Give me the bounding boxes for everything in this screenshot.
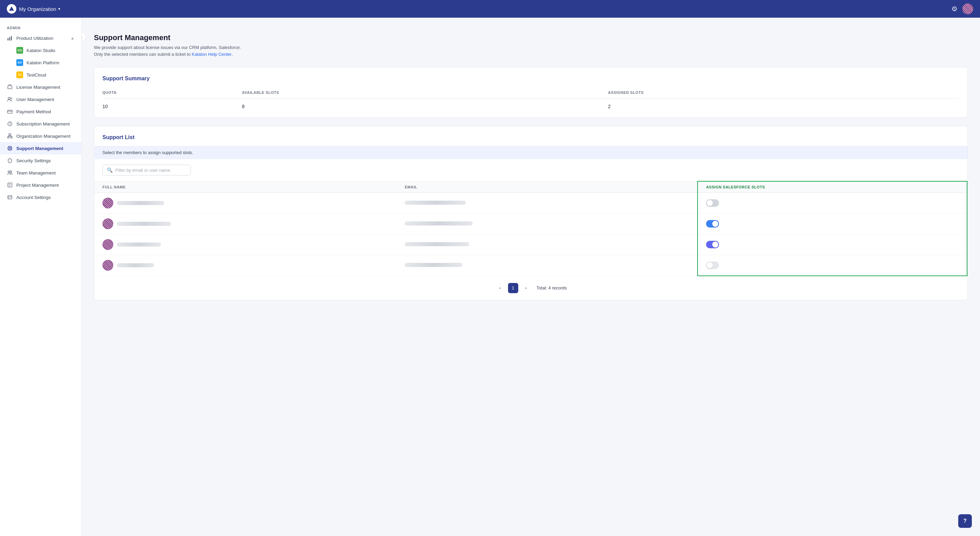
- sidebar-item-testcloud[interactable]: TC TestCloud: [0, 69, 81, 81]
- filter-input[interactable]: [115, 168, 186, 173]
- table-row: [94, 234, 967, 255]
- sidebar-item-license-management[interactable]: License Management: [0, 81, 81, 93]
- next-page-button[interactable]: ›: [521, 283, 531, 293]
- toggle-thumb: [712, 221, 718, 227]
- sidebar-sub-label: TestCloud: [27, 73, 46, 78]
- katalon-help-center-link[interactable]: Katalon Help Center: [192, 52, 232, 57]
- svg-rect-2: [9, 37, 10, 40]
- support-icon: [7, 145, 13, 151]
- available-slots-value: 8: [242, 99, 608, 109]
- sidebar-item-label: Subscription Management: [16, 121, 70, 127]
- full-name-header: FULL NAME: [94, 181, 396, 193]
- sidebar-item-product-utilization[interactable]: Product Utilization ▲: [0, 32, 81, 44]
- assign-toggle[interactable]: [706, 199, 719, 207]
- user-cell: [102, 218, 388, 229]
- sidebar-item-user-management[interactable]: User Management: [0, 93, 81, 105]
- toggle-wrapper: [706, 241, 959, 248]
- avatar: [102, 260, 113, 271]
- desc-text-1: We provide support about license issues …: [94, 45, 241, 50]
- toggle-wrapper: [706, 262, 959, 269]
- svg-rect-1: [8, 38, 8, 40]
- svg-rect-11: [11, 137, 12, 138]
- sidebar-item-katalon-studio[interactable]: KS Katalon Studio: [0, 44, 81, 57]
- main-content: ‹ Support Management We provide support …: [82, 18, 980, 536]
- sidebar-item-label: Project Management: [16, 182, 59, 188]
- table-row: [94, 214, 967, 234]
- support-list-card: Support List Select the members to assig…: [94, 126, 968, 300]
- sidebar-item-label: Payment Method: [16, 109, 51, 114]
- testcloud-icon: TC: [16, 71, 23, 78]
- sidebar-sub-label: Katalon Studio: [27, 48, 56, 53]
- svg-point-6: [11, 98, 12, 99]
- toggle-thumb: [712, 241, 718, 247]
- svg-rect-3: [11, 36, 12, 40]
- blurred-name: [117, 222, 171, 226]
- sidebar-item-organization-management[interactable]: Organization Management: [0, 130, 81, 142]
- page-1-button[interactable]: 1: [508, 283, 518, 293]
- assign-toggle[interactable]: [706, 220, 719, 228]
- subscription-icon: [7, 121, 13, 127]
- full-name-cell: [94, 193, 396, 214]
- sidebar-sub-label: Katalon Platform: [27, 60, 59, 65]
- page-description: We provide support about license issues …: [94, 44, 968, 57]
- support-list-info-banner: Select the members to assign supported s…: [94, 146, 967, 159]
- full-name-cell: [94, 234, 396, 255]
- sidebar-item-project-management[interactable]: Project Management: [0, 179, 81, 191]
- page-title: Support Management: [94, 33, 968, 42]
- support-summary-card: Support Summary QUOTA AVAILABLE SLOTS AS…: [94, 67, 968, 118]
- user-cell: [102, 198, 388, 208]
- topnav-right: ⚙: [951, 3, 973, 14]
- svg-marker-0: [9, 6, 14, 11]
- blurred-email: [404, 242, 469, 246]
- sidebar: ADMIN Product Utilization ▲ KS Katalon S…: [0, 18, 82, 536]
- toggle-cell: [698, 214, 967, 234]
- sidebar-item-payment-method[interactable]: Payment Method: [0, 105, 81, 118]
- avatar: [102, 218, 113, 229]
- sidebar-item-account-settings[interactable]: Account Settings: [0, 191, 81, 203]
- assigned-slots-header: ASSIGNED SLOTS: [608, 88, 959, 99]
- quota-header: QUOTA: [102, 88, 242, 99]
- sidebar-item-security-settings[interactable]: Security Settings: [0, 154, 81, 167]
- sidebar-item-label: Team Management: [16, 170, 56, 176]
- sidebar-item-label: Security Settings: [16, 158, 51, 163]
- summary-table: QUOTA AVAILABLE SLOTS ASSIGNED SLOTS 10 …: [102, 88, 959, 109]
- svg-point-14: [8, 171, 10, 173]
- user-avatar[interactable]: [962, 3, 973, 14]
- blurred-name: [117, 243, 161, 247]
- full-name-cell: [94, 214, 396, 234]
- payment-icon: [7, 108, 13, 115]
- sidebar-item-label: User Management: [16, 97, 54, 102]
- svg-point-5: [8, 97, 10, 99]
- user-cell: [102, 239, 388, 250]
- summary-card-title: Support Summary: [102, 76, 959, 82]
- full-name-cell: [94, 255, 396, 276]
- org-switcher[interactable]: My Organization ▾: [19, 6, 60, 12]
- support-list-title: Support List: [94, 126, 967, 146]
- email-cell: [396, 214, 698, 234]
- search-icon: 🔍: [107, 167, 113, 173]
- help-button[interactable]: ?: [958, 514, 972, 528]
- prev-page-button[interactable]: ‹: [495, 283, 505, 293]
- blurred-email: [404, 201, 466, 205]
- desc-text-3: .: [232, 52, 233, 57]
- email-cell: [396, 234, 698, 255]
- email-cell: [396, 193, 698, 214]
- toggle-thumb: [707, 200, 713, 206]
- settings-icon[interactable]: ⚙: [951, 5, 958, 13]
- toggle-wrapper: [706, 199, 959, 207]
- sidebar-item-subscription-management[interactable]: Subscription Management: [0, 118, 81, 130]
- avatar: [102, 239, 113, 250]
- project-icon: [7, 182, 13, 188]
- sidebar-item-team-management[interactable]: Team Management: [0, 167, 81, 179]
- assign-toggle[interactable]: [706, 241, 719, 248]
- security-icon: [7, 157, 13, 163]
- topnav: My Organization ▾ ⚙: [0, 0, 980, 18]
- filter-input-wrapper: 🔍: [102, 165, 191, 176]
- main-layout: ADMIN Product Utilization ▲ KS Katalon S…: [0, 18, 980, 536]
- org-icon: [7, 133, 13, 139]
- toggle-cell: [698, 193, 967, 214]
- sidebar-item-katalon-platform[interactable]: KP Katalon Platform: [0, 57, 81, 69]
- sidebar-item-support-management[interactable]: Support Management: [0, 142, 81, 154]
- collapse-sidebar-button[interactable]: ‹: [82, 32, 86, 41]
- svg-point-13: [9, 147, 11, 149]
